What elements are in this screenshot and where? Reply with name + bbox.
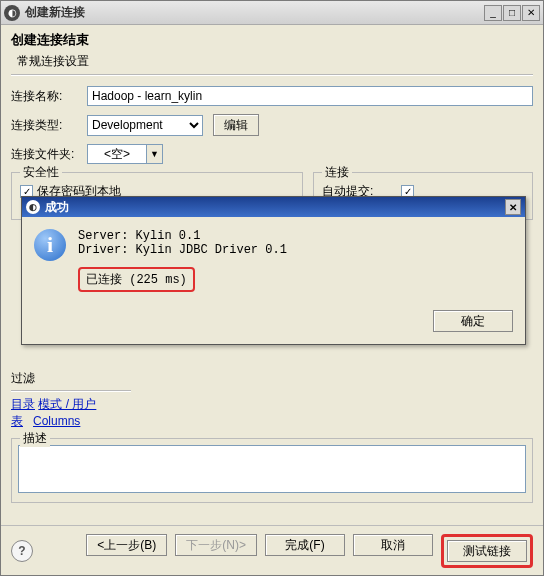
edit-button[interactable]: 编辑 — [213, 114, 259, 136]
type-select[interactable]: Development — [87, 115, 203, 136]
dialog-icon: ◐ — [26, 200, 40, 214]
description-fieldset: 描述 — [11, 438, 533, 503]
dialog-title: 成功 — [45, 199, 505, 216]
page-heading: 创建连接结束 — [11, 31, 533, 49]
minimize-button[interactable]: _ — [484, 5, 502, 21]
main-window: ◐ 创建新连接 _ □ ✕ 创建连接结束 常规连接设置 连接名称: 连接类型: … — [0, 0, 544, 576]
description-legend: 描述 — [20, 430, 50, 447]
next-button: 下一步(N)> — [175, 534, 257, 556]
page-subheading: 常规连接设置 — [17, 53, 533, 70]
dialog-titlebar: ◐ 成功 ✕ — [22, 197, 525, 217]
info-icon: i — [34, 229, 66, 261]
filter-link-columns[interactable]: Columns — [33, 414, 80, 428]
description-textarea[interactable] — [18, 445, 526, 493]
maximize-button[interactable]: □ — [503, 5, 521, 21]
close-button[interactable]: ✕ — [522, 5, 540, 21]
chevron-down-icon[interactable]: ▼ — [147, 144, 163, 164]
connection-status: 已连接 (225 ms) — [78, 267, 195, 292]
window-title: 创建新连接 — [25, 4, 484, 21]
finish-button[interactable]: 完成(F) — [265, 534, 345, 556]
driver-info: Driver: Kylin JDBC Driver 0.1 — [78, 243, 287, 257]
test-connection-button[interactable]: 测试链接 — [447, 540, 527, 562]
filter-label: 过滤 — [11, 370, 533, 387]
type-label: 连接类型: — [11, 117, 87, 134]
folder-select[interactable]: <空> ▼ — [87, 144, 163, 164]
divider — [11, 74, 533, 76]
filter-link-tables[interactable]: 表 — [11, 414, 23, 428]
app-icon: ◐ — [4, 5, 20, 21]
filter-link-catalog[interactable]: 目录 — [11, 397, 35, 411]
ok-button[interactable]: 确定 — [433, 310, 513, 332]
wizard-footer: ? <上一步(B) 下一步(N)> 完成(F) 取消 测试链接 — [1, 525, 543, 568]
back-button[interactable]: <上一步(B) — [86, 534, 167, 556]
security-legend: 安全性 — [20, 164, 62, 181]
filter-link-schema[interactable]: 模式 / 用户 — [38, 397, 96, 411]
cancel-button[interactable]: 取消 — [353, 534, 433, 556]
connection-legend: 连接 — [322, 164, 352, 181]
test-highlight: 测试链接 — [441, 534, 533, 568]
dialog-close-button[interactable]: ✕ — [505, 199, 521, 215]
server-info: Server: Kylin 0.1 — [78, 229, 287, 243]
success-dialog: ◐ 成功 ✕ i Server: Kylin 0.1 Driver: Kylin… — [21, 196, 526, 345]
titlebar: ◐ 创建新连接 _ □ ✕ — [1, 1, 543, 25]
divider — [11, 390, 131, 392]
help-icon[interactable]: ? — [11, 540, 33, 562]
folder-label: 连接文件夹: — [11, 146, 87, 163]
name-input[interactable] — [87, 86, 533, 106]
name-label: 连接名称: — [11, 88, 87, 105]
